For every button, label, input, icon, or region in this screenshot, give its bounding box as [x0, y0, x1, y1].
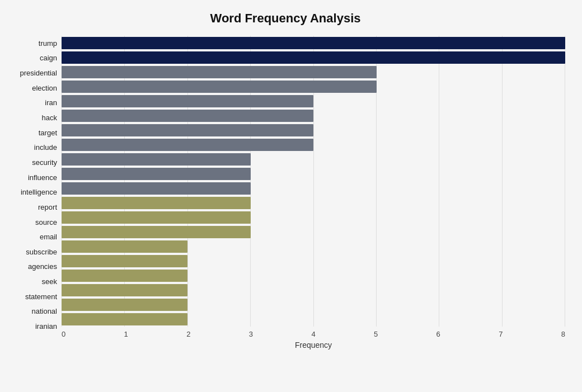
bar	[62, 197, 251, 209]
bar-row	[62, 79, 565, 94]
x-tick: 2	[186, 330, 190, 338]
bar-row	[62, 283, 565, 297]
bar	[62, 270, 187, 282]
bar-row	[62, 138, 565, 152]
y-label: seek	[42, 278, 57, 285]
bar	[62, 95, 313, 107]
y-label: email	[40, 233, 57, 240]
bar	[62, 124, 313, 136]
bar	[62, 81, 377, 93]
chart-container: Word Frequency Analysis trumpcaignpresid…	[0, 0, 582, 392]
bar	[62, 168, 251, 180]
bar-row	[62, 50, 565, 65]
y-label: national	[31, 308, 57, 315]
y-label: include	[34, 144, 57, 151]
y-label: iran	[45, 99, 57, 106]
x-tick: 0	[62, 330, 65, 338]
y-label: trump	[39, 40, 57, 47]
bar-row	[62, 123, 565, 138]
bar	[62, 182, 251, 195]
bar	[62, 255, 187, 267]
y-label: security	[32, 159, 57, 166]
bar-row	[62, 196, 565, 210]
x-tick: 3	[249, 330, 253, 338]
bar-row	[62, 94, 565, 108]
y-label: report	[38, 204, 57, 211]
bars-wrapper	[62, 36, 565, 327]
y-label: statement	[25, 293, 57, 300]
bar	[62, 299, 187, 311]
bar	[62, 313, 187, 325]
x-tick: 4	[311, 330, 315, 338]
bar-row	[62, 254, 565, 268]
bar	[62, 240, 187, 253]
bar	[62, 226, 251, 238]
chart-area: trumpcaignpresidentialelectioniranhackta…	[6, 36, 565, 350]
y-labels: trumpcaignpresidentialelectioniranhackta…	[6, 36, 62, 350]
bar-row	[62, 181, 565, 196]
bar	[62, 139, 313, 151]
bar-row	[62, 312, 565, 327]
x-axis: 012345678	[62, 327, 565, 338]
bar	[62, 153, 251, 166]
bar-row	[62, 210, 565, 225]
y-label: intelligence	[21, 188, 57, 196]
plot-area: 012345678 Frequency	[62, 36, 565, 350]
y-label: target	[39, 129, 57, 136]
x-axis-section: 012345678 Frequency	[62, 327, 565, 350]
bar	[62, 66, 377, 78]
y-label: caign	[40, 54, 57, 62]
y-label: source	[35, 219, 57, 226]
y-label: hack	[42, 114, 57, 121]
x-axis-label: Frequency	[62, 341, 565, 350]
chart-title: Word Frequency Analysis	[6, 11, 565, 26]
bar	[62, 110, 313, 122]
bar-row	[62, 65, 565, 79]
y-label: subscribe	[26, 248, 57, 256]
x-tick: 6	[436, 330, 440, 338]
y-label: presidential	[20, 69, 58, 77]
bar-row	[62, 239, 565, 254]
bar	[62, 284, 187, 296]
y-label: election	[32, 84, 57, 92]
bar-row	[62, 108, 565, 123]
bar-row	[62, 152, 565, 167]
x-tick: 8	[561, 330, 565, 338]
bar-row	[62, 167, 565, 181]
bar	[62, 211, 251, 224]
bar-row	[62, 225, 565, 239]
x-tick: 5	[374, 330, 378, 338]
bar	[62, 51, 565, 64]
y-label: influence	[28, 174, 57, 181]
bar-row	[62, 297, 565, 312]
y-label: iranian	[35, 323, 57, 330]
x-tick: 1	[124, 330, 128, 338]
y-label: agencies	[28, 263, 57, 270]
bar-row	[62, 268, 565, 283]
x-tick: 7	[499, 330, 503, 338]
bar-row	[62, 36, 565, 50]
bar	[62, 37, 565, 49]
